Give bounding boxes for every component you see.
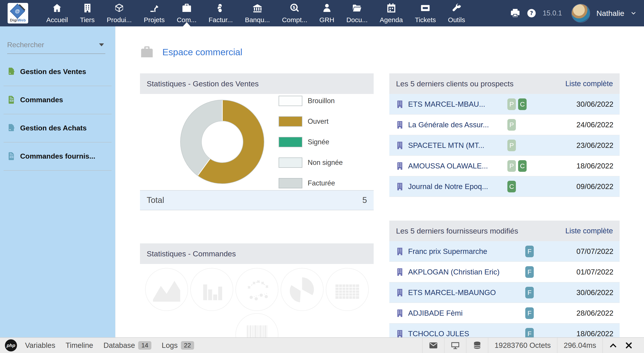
table-row: La Générale des Assur... P 24/06/2022	[389, 115, 620, 135]
status-badge-f[interactable]: F	[525, 287, 534, 298]
status-badge-c[interactable]: C	[518, 98, 526, 110]
table-row: Franc prix Supermarche F 07/07/2022	[389, 241, 620, 262]
status-badge-c[interactable]: C	[518, 160, 526, 172]
thirdparty-link[interactable]: SPACETEL MTN (MT...	[396, 141, 507, 150]
briefcase-icon	[140, 45, 154, 59]
company-icon	[396, 141, 404, 150]
user-menu[interactable]: Nathalie	[596, 9, 624, 18]
last-suppliers-header: Les 5 derniers fournisseurs modifiés Lis…	[389, 221, 620, 241]
debugbar-count-badge: 14	[138, 341, 152, 350]
row-date: 28/06/2022	[576, 309, 613, 317]
legend-item: Facturée	[278, 178, 343, 188]
donut-chart	[180, 100, 264, 184]
main-menu-item[interactable]: GRH	[313, 0, 340, 27]
main-menu-item[interactable]: Produi...	[100, 0, 138, 27]
legend-label: Signée	[308, 138, 330, 146]
main-menu-item[interactable]: Com...	[170, 0, 202, 27]
main-menu-item[interactable]: Tickets	[409, 0, 442, 27]
table-row: AKPLOGAN (Christian Eric) F 01/07/2022	[389, 262, 620, 282]
main-menu-item[interactable]: Tiers	[74, 0, 101, 27]
thirdparty-link[interactable]: ETS MARCEL-MBAU...	[396, 100, 507, 109]
main-menu-item[interactable]: Projets	[138, 0, 170, 27]
status-badges: F	[525, 307, 534, 319]
sidebar-section-header[interactable]: Gestion des Achats	[7, 123, 115, 133]
time-cell: 296.04ms	[557, 338, 602, 353]
close-icon[interactable]	[625, 341, 633, 349]
orders-statistics-header: Statistiques - Commandes	[140, 243, 374, 264]
main-menu-item[interactable]: Compt...	[276, 0, 313, 27]
main-menu-label: Accueil	[46, 16, 68, 24]
total-value: 5	[362, 196, 367, 205]
company-icon	[396, 267, 404, 277]
main-menu-label: Projets	[144, 16, 164, 24]
sidebar-section-title: Gestion des Ventes	[20, 68, 86, 76]
request-time: 296.04ms	[564, 341, 596, 350]
thirdparty-link[interactable]: Franc prix Supermarche	[396, 247, 525, 256]
debugbar-tab[interactable]: Timeline	[66, 341, 93, 350]
search-input[interactable]: Rechercher	[7, 41, 105, 54]
main-menu-label: Produi...	[107, 16, 132, 24]
main-menu-item[interactable]: Factur...	[202, 0, 239, 27]
status-badge-f[interactable]: F	[525, 266, 534, 278]
status-badge-p[interactable]: P	[507, 98, 516, 110]
debugbar-tab[interactable]: Variables	[25, 341, 55, 350]
sidebar-section-header[interactable]: Gestion des Ventes	[7, 67, 115, 77]
thirdparty-link[interactable]: ADJIBADE Fèmi	[396, 308, 525, 318]
sidebar-section: Gestion des Ventes	[0, 67, 115, 86]
database-icon[interactable]	[473, 341, 482, 350]
thirdparty-link[interactable]: AMOUSSA OLAWALE...	[396, 161, 507, 171]
sidebar-section-header[interactable]: Commandes fournis...	[7, 151, 115, 161]
thirdparty-link[interactable]: La Générale des Assur...	[396, 120, 507, 130]
suppliers-full-list-link[interactable]: Liste complète	[565, 227, 613, 235]
debugbar-tab[interactable]: Database 14	[104, 341, 152, 350]
status-badge-p[interactable]: P	[507, 119, 516, 131]
main-menu-label: Tickets	[415, 16, 436, 24]
thirdparty-link[interactable]: ETS MARCEL-MBAUNGO	[396, 288, 525, 297]
chevron-up-icon[interactable]	[609, 341, 617, 349]
app-logo[interactable]: @ DigiWeb	[8, 3, 28, 24]
clients-full-list-link[interactable]: Liste complète	[565, 79, 613, 88]
version-label: 15.0.1	[543, 9, 562, 17]
thirdparty-link[interactable]: AKPLOGAN (Christian Eric)	[396, 267, 525, 277]
php-logo-icon[interactable]: php	[5, 339, 17, 351]
sidebar-section: Gestion des Achats	[0, 123, 115, 143]
status-badges: F	[525, 266, 534, 278]
thirdparty-link[interactable]: Journal de Notre Epoq...	[396, 182, 507, 191]
legend-label: Non signée	[308, 159, 343, 167]
main-menu-label: Banqu...	[245, 16, 270, 24]
help-icon[interactable]	[526, 8, 536, 18]
company-icon	[396, 288, 404, 297]
thirdparty-link[interactable]: TCHOCLO JULES	[396, 329, 525, 338]
status-badge-f[interactable]: F	[525, 246, 534, 257]
company-icon	[396, 329, 404, 338]
legend-swatch	[278, 116, 302, 127]
monitor-icon[interactable]	[451, 341, 460, 350]
main-menu-item[interactable]: Agenda	[374, 0, 409, 27]
mail-icon[interactable]	[429, 341, 438, 350]
status-badges: P	[507, 119, 516, 131]
debugbar-tab[interactable]: Logs 22	[162, 341, 194, 350]
legend-swatch	[278, 157, 302, 168]
status-badge-p[interactable]: P	[507, 140, 516, 151]
chevron-down-icon[interactable]	[630, 10, 636, 16]
row-date: 01/07/2022	[576, 268, 613, 276]
table-row: ADJIBADE Fèmi F 28/06/2022	[389, 303, 620, 323]
status-badge-p[interactable]: P	[507, 160, 516, 172]
main-menu-item[interactable]: Outils	[442, 0, 471, 27]
logo-text-web: Web	[18, 18, 26, 22]
sidebar-section-header[interactable]: Commandes	[7, 95, 115, 105]
status-badge-c[interactable]: C	[507, 181, 516, 192]
row-date: 09/06/2022	[576, 182, 613, 191]
main-menu-item[interactable]: Docu...	[340, 0, 374, 27]
print-icon[interactable]	[510, 8, 520, 18]
main-menu-item[interactable]: Accueil	[40, 0, 74, 27]
status-badge-f[interactable]: F	[525, 307, 534, 319]
memory-cell: 19283760 Octets	[488, 338, 557, 353]
status-badges: F	[525, 246, 534, 257]
avatar[interactable]	[571, 4, 590, 23]
main-content: Espace commercial Statistiques - Gestion…	[116, 27, 644, 353]
page-title-link[interactable]: Espace commercial	[162, 47, 242, 58]
main-menu-item[interactable]: Banqu...	[239, 0, 276, 27]
company-icon	[396, 120, 404, 130]
legend-item: Brouillon	[278, 96, 343, 106]
